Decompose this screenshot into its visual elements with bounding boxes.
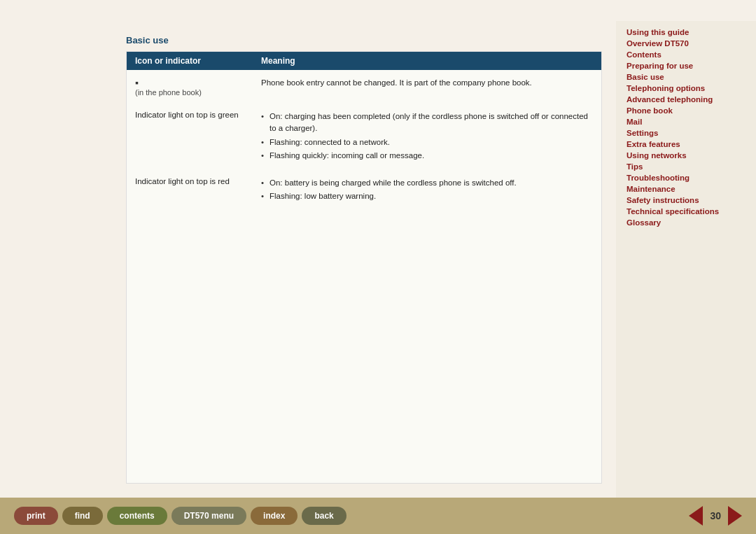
sidebar-item-preparing[interactable]: Preparing for use (626, 62, 746, 70)
sidebar-item-contents[interactable]: Contents (626, 50, 746, 59)
table-row: Indicator light on top is green On: char… (135, 111, 593, 163)
row2-col1: Indicator light on top is green (135, 111, 261, 119)
row1-sub: (in the phone book) (135, 88, 202, 97)
page-number: 30 (710, 510, 721, 521)
green-bullet-1: On: charging has been completed (only if… (261, 111, 593, 135)
sidebar-item-using-guide[interactable]: Using this guide (626, 28, 746, 36)
red-light-list: On: battery is being charged while the c… (261, 177, 593, 203)
row2-col2: On: charging has been completed (only if… (261, 111, 593, 163)
page-nav: 30 (689, 506, 742, 526)
col1-header: Icon or indicator (135, 56, 261, 66)
sidebar-item-networks[interactable]: Using networks (626, 151, 746, 160)
red-bullet-1: On: battery is being charged while the c… (261, 177, 593, 189)
next-page-arrow[interactable] (728, 506, 742, 526)
table-row: ▪ (in the phone book) Phone book entry c… (135, 77, 593, 97)
sidebar-item-mail[interactable]: Mail (626, 118, 746, 126)
sidebar-item-maintenance[interactable]: Maintenance (626, 185, 746, 193)
sidebar-item-troubleshooting[interactable]: Troubleshooting (626, 174, 746, 182)
nav-buttons: print find contents DT570 menu index bac… (14, 507, 346, 525)
green-bullet-3: Flashing quickly: incoming call or messa… (261, 150, 593, 162)
red-bullet-2: Flashing: low battery warning. (261, 190, 593, 202)
sidebar-item-glossary[interactable]: Glossary (626, 218, 746, 227)
sidebar-item-extra[interactable]: Extra features (626, 140, 746, 148)
table-row: Indicator light on top is red On: batter… (135, 177, 593, 204)
row3-col2: On: battery is being charged while the c… (261, 177, 593, 204)
sidebar-item-overview[interactable]: Overview DT570 (626, 39, 746, 48)
col2-header: Meaning (261, 56, 593, 66)
sidebar-item-phonebook[interactable]: Phone book (626, 106, 746, 115)
sidebar-item-basic-use[interactable]: Basic use (626, 73, 746, 81)
sidebar-item-safety[interactable]: Safety instructions (626, 196, 746, 204)
bottom-nav: print find contents DT570 menu index bac… (0, 498, 756, 534)
dt570-menu-button[interactable]: DT570 menu (172, 507, 246, 525)
green-bullet-2: Flashing: connected to a network. (261, 136, 593, 148)
row1-col2: Phone book entry cannot be changed. It i… (261, 77, 593, 89)
table-header: Icon or indicator Meaning (127, 52, 601, 70)
contents-button[interactable]: contents (107, 507, 167, 525)
row3-col1: Indicator light on top is red (135, 177, 261, 185)
index-button[interactable]: index (251, 507, 298, 525)
green-light-list: On: charging has been completed (only if… (261, 111, 593, 162)
sidebar-item-technical[interactable]: Technical specifications (626, 207, 746, 216)
sidebar-item-tips[interactable]: Tips (626, 162, 746, 171)
table-body: ▪ (in the phone book) Phone book entry c… (127, 70, 601, 483)
row1-col1: ▪ (in the phone book) (135, 77, 261, 97)
sidebar-item-advanced[interactable]: Advanced telephoning (626, 95, 746, 104)
prev-page-arrow[interactable] (689, 506, 703, 526)
print-button[interactable]: print (14, 507, 58, 525)
sidebar-item-telephoning[interactable]: Telephoning options (626, 84, 746, 92)
page-title: Basic use (126, 35, 602, 45)
find-button[interactable]: find (62, 507, 103, 525)
back-button[interactable]: back (302, 507, 346, 525)
sidebar: Using this guide Overview DT570 Contents… (616, 21, 756, 498)
sidebar-item-settings[interactable]: Settings (626, 129, 746, 137)
phone-book-icon: ▪ (135, 77, 139, 88)
content-area: Icon or indicator Meaning ▪ (in the phon… (126, 51, 602, 484)
